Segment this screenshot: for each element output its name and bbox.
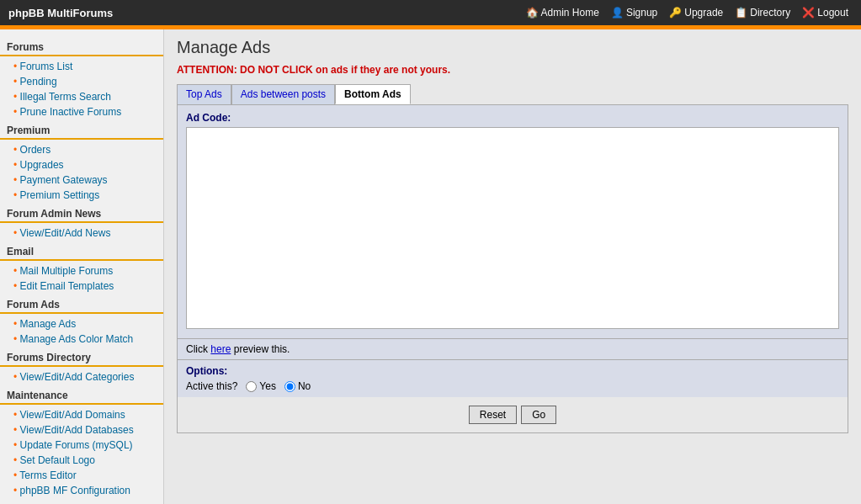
no-radio[interactable] — [284, 381, 295, 392]
top-nav: 🏠 Admin Home 👤 Signup 🔑 Upgrade 📋 Direct… — [522, 5, 853, 20]
tab-bar: Top Ads Ads between posts Bottom Ads — [177, 84, 848, 104]
page-title: Manage Ads — [177, 38, 848, 57]
section-forums: Forums Forums List Pending Illegal Terms… — [0, 36, 163, 119]
attention-text: ATTENTION: DO NOT CLICK on ads if they a… — [177, 64, 848, 76]
sidebar-item-domains[interactable]: View/Edit/Add Domains — [0, 407, 163, 422]
layout: Forums Forums List Pending Illegal Terms… — [0, 29, 861, 504]
directory-link[interactable]: 📋 Directory — [731, 5, 795, 20]
logout-icon: ❌ — [802, 7, 815, 19]
main-content: Manage Ads ATTENTION: DO NOT CLICK on ad… — [164, 29, 861, 504]
sidebar-item-premium-settings[interactable]: Premium Settings — [0, 188, 163, 203]
active-label: Active this? — [186, 380, 237, 392]
directory-icon: 📋 — [735, 7, 747, 19]
yes-label-text: Yes — [259, 380, 276, 392]
sidebar-item-pending[interactable]: Pending — [0, 74, 163, 89]
sidebar: Forums Forums List Pending Illegal Terms… — [0, 29, 164, 504]
section-title-email: Email — [0, 241, 163, 261]
section-title-forum-ads: Forum Ads — [0, 294, 163, 314]
no-radio-label: No — [284, 380, 311, 392]
sidebar-item-email-templates[interactable]: Edit Email Templates — [0, 279, 163, 294]
sidebar-item-orders[interactable]: Orders — [0, 142, 163, 157]
ad-code-section: Ad Code: — [178, 105, 848, 338]
sidebar-item-set-logo[interactable]: Set Default Logo — [0, 453, 163, 468]
tab-ads-between[interactable]: Ads between posts — [231, 84, 335, 104]
section-forums-directory: Forums Directory View/Edit/Add Categorie… — [0, 347, 163, 385]
sidebar-item-payment-gateways[interactable]: Payment Gateways — [0, 172, 163, 188]
sidebar-item-manage-ads[interactable]: Manage Ads — [0, 316, 163, 332]
preview-before-text: Click — [186, 343, 210, 355]
section-title-maintenance: Maintenance — [0, 385, 163, 405]
sidebar-item-upgrades[interactable]: Upgrades — [0, 157, 163, 172]
preview-after-text: preview this. — [231, 343, 290, 355]
section-premium: Premium Orders Upgrades Payment Gateways… — [0, 119, 163, 203]
ad-code-textarea[interactable] — [186, 127, 839, 329]
options-row: Active this? Yes No — [186, 380, 839, 392]
options-label: Options: — [186, 365, 839, 377]
ad-code-label: Ad Code: — [186, 112, 839, 124]
yes-radio[interactable] — [246, 381, 257, 392]
tab-bottom-ads[interactable]: Bottom Ads — [335, 84, 411, 104]
upgrade-link[interactable]: 🔑 Upgrade — [665, 5, 727, 20]
logo: phpBB MultiForums — [8, 7, 113, 19]
sidebar-item-prune[interactable]: Prune Inactive Forums — [0, 104, 163, 119]
signup-link[interactable]: 👤 Signup — [607, 5, 662, 20]
logout-link[interactable]: ❌ Logout — [798, 5, 853, 20]
section-title-forums-directory: Forums Directory — [0, 347, 163, 367]
section-title-forum-admin-news: Forum Admin News — [0, 203, 163, 223]
preview-link[interactable]: here — [210, 343, 231, 355]
reset-button[interactable]: Reset — [469, 406, 517, 424]
tab-top-ads[interactable]: Top Ads — [177, 84, 231, 104]
sidebar-item-view-add-categories[interactable]: View/Edit/Add Categories — [0, 369, 163, 385]
header: phpBB MultiForums 🏠 Admin Home 👤 Signup … — [0, 0, 861, 25]
section-forum-admin-news: Forum Admin News View/Edit/Add News — [0, 203, 163, 241]
content-box: Ad Code: Click here preview this. Option… — [177, 104, 848, 433]
no-label-text: No — [298, 380, 311, 392]
section-forum-ads: Forum Ads Manage Ads Manage Ads Color Ma… — [0, 294, 163, 347]
sidebar-item-phpbb-config[interactable]: phpBB MF Configuration — [0, 483, 163, 498]
sidebar-item-mail-multiple[interactable]: Mail Multiple Forums — [0, 263, 163, 279]
sidebar-item-update-forums[interactable]: Update Forums (mySQL) — [0, 438, 163, 453]
sidebar-item-view-add-news[interactable]: View/Edit/Add News — [0, 225, 163, 241]
go-button[interactable]: Go — [521, 406, 556, 424]
section-title-forums: Forums — [0, 36, 163, 56]
home-icon: 🏠 — [526, 7, 539, 19]
sidebar-item-forums-list[interactable]: Forums List — [0, 59, 163, 74]
sidebar-item-terms-editor[interactable]: Terms Editor — [0, 468, 163, 483]
section-title-premium: Premium — [0, 119, 163, 140]
sidebar-item-databases[interactable]: View/Edit/Add Databases — [0, 422, 163, 438]
section-email: Email Mail Multiple Forums Edit Email Te… — [0, 241, 163, 294]
options-section: Options: Active this? Yes No — [178, 359, 848, 397]
sidebar-item-manage-ads-color[interactable]: Manage Ads Color Match — [0, 332, 163, 347]
signup-icon: 👤 — [611, 7, 624, 19]
sidebar-item-illegal-terms[interactable]: Illegal Terms Search — [0, 89, 163, 104]
preview-section: Click here preview this. — [178, 338, 848, 359]
upgrade-icon: 🔑 — [669, 7, 682, 19]
section-maintenance: Maintenance View/Edit/Add Domains View/E… — [0, 385, 163, 498]
admin-home-link[interactable]: 🏠 Admin Home — [522, 5, 603, 20]
buttons-row: Reset Go — [178, 397, 848, 432]
yes-radio-label: Yes — [246, 380, 276, 392]
